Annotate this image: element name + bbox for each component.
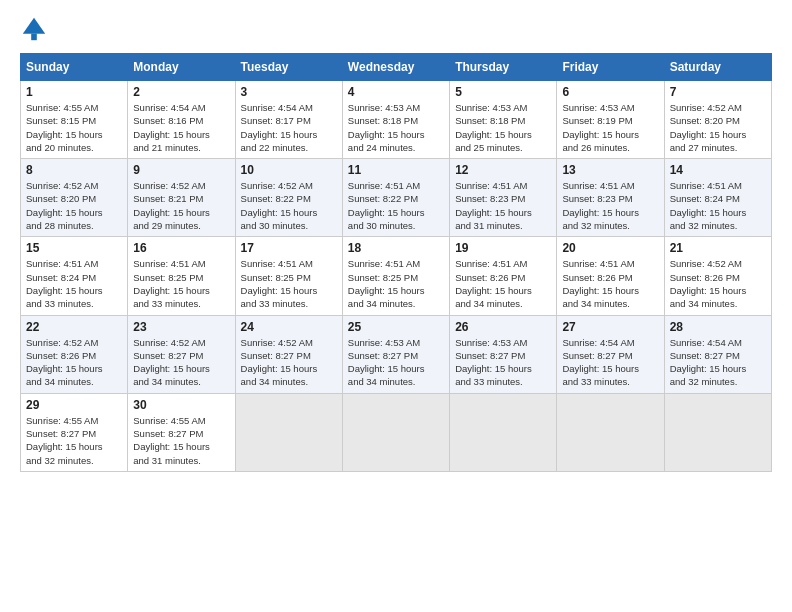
day-cell-20: 20Sunrise: 4:51 AM Sunset: 8:26 PM Dayli… — [557, 237, 664, 315]
day-cell-28: 28Sunrise: 4:54 AM Sunset: 8:27 PM Dayli… — [664, 315, 771, 393]
day-cell-8: 8Sunrise: 4:52 AM Sunset: 8:20 PM Daylig… — [21, 159, 128, 237]
day-cell-24: 24Sunrise: 4:52 AM Sunset: 8:27 PM Dayli… — [235, 315, 342, 393]
day-info: Sunrise: 4:52 AM Sunset: 8:20 PM Dayligh… — [26, 180, 103, 231]
day-cell-25: 25Sunrise: 4:53 AM Sunset: 8:27 PM Dayli… — [342, 315, 449, 393]
weekday-header-row: SundayMondayTuesdayWednesdayThursdayFrid… — [21, 54, 772, 81]
logo — [20, 15, 52, 43]
calendar-week-1: 1Sunrise: 4:55 AM Sunset: 8:15 PM Daylig… — [21, 81, 772, 159]
day-number: 8 — [26, 163, 122, 177]
day-number: 7 — [670, 85, 766, 99]
day-info: Sunrise: 4:52 AM Sunset: 8:26 PM Dayligh… — [26, 337, 103, 388]
day-number: 30 — [133, 398, 229, 412]
day-cell-27: 27Sunrise: 4:54 AM Sunset: 8:27 PM Dayli… — [557, 315, 664, 393]
day-number: 13 — [562, 163, 658, 177]
day-info: Sunrise: 4:51 AM Sunset: 8:23 PM Dayligh… — [455, 180, 532, 231]
weekday-header-saturday: Saturday — [664, 54, 771, 81]
day-number: 21 — [670, 241, 766, 255]
day-cell-6: 6Sunrise: 4:53 AM Sunset: 8:19 PM Daylig… — [557, 81, 664, 159]
weekday-header-wednesday: Wednesday — [342, 54, 449, 81]
day-info: Sunrise: 4:53 AM Sunset: 8:27 PM Dayligh… — [455, 337, 532, 388]
day-info: Sunrise: 4:52 AM Sunset: 8:27 PM Dayligh… — [241, 337, 318, 388]
day-info: Sunrise: 4:54 AM Sunset: 8:27 PM Dayligh… — [670, 337, 747, 388]
day-cell-10: 10Sunrise: 4:52 AM Sunset: 8:22 PM Dayli… — [235, 159, 342, 237]
day-info: Sunrise: 4:54 AM Sunset: 8:17 PM Dayligh… — [241, 102, 318, 153]
day-info: Sunrise: 4:52 AM Sunset: 8:21 PM Dayligh… — [133, 180, 210, 231]
day-cell-29: 29Sunrise: 4:55 AM Sunset: 8:27 PM Dayli… — [21, 393, 128, 471]
empty-cell — [557, 393, 664, 471]
day-number: 5 — [455, 85, 551, 99]
day-cell-22: 22Sunrise: 4:52 AM Sunset: 8:26 PM Dayli… — [21, 315, 128, 393]
empty-cell — [450, 393, 557, 471]
day-cell-1: 1Sunrise: 4:55 AM Sunset: 8:15 PM Daylig… — [21, 81, 128, 159]
day-info: Sunrise: 4:51 AM Sunset: 8:24 PM Dayligh… — [670, 180, 747, 231]
calendar-week-4: 22Sunrise: 4:52 AM Sunset: 8:26 PM Dayli… — [21, 315, 772, 393]
day-cell-2: 2Sunrise: 4:54 AM Sunset: 8:16 PM Daylig… — [128, 81, 235, 159]
calendar-table: SundayMondayTuesdayWednesdayThursdayFrid… — [20, 53, 772, 472]
header — [20, 15, 772, 43]
day-number: 1 — [26, 85, 122, 99]
calendar-week-2: 8Sunrise: 4:52 AM Sunset: 8:20 PM Daylig… — [21, 159, 772, 237]
day-number: 29 — [26, 398, 122, 412]
day-number: 27 — [562, 320, 658, 334]
day-number: 23 — [133, 320, 229, 334]
day-cell-26: 26Sunrise: 4:53 AM Sunset: 8:27 PM Dayli… — [450, 315, 557, 393]
day-cell-5: 5Sunrise: 4:53 AM Sunset: 8:18 PM Daylig… — [450, 81, 557, 159]
day-number: 20 — [562, 241, 658, 255]
calendar-week-5: 29Sunrise: 4:55 AM Sunset: 8:27 PM Dayli… — [21, 393, 772, 471]
day-number: 11 — [348, 163, 444, 177]
day-info: Sunrise: 4:55 AM Sunset: 8:27 PM Dayligh… — [26, 415, 103, 466]
day-info: Sunrise: 4:53 AM Sunset: 8:19 PM Dayligh… — [562, 102, 639, 153]
empty-cell — [342, 393, 449, 471]
day-info: Sunrise: 4:52 AM Sunset: 8:22 PM Dayligh… — [241, 180, 318, 231]
day-info: Sunrise: 4:53 AM Sunset: 8:27 PM Dayligh… — [348, 337, 425, 388]
day-info: Sunrise: 4:52 AM Sunset: 8:27 PM Dayligh… — [133, 337, 210, 388]
day-info: Sunrise: 4:53 AM Sunset: 8:18 PM Dayligh… — [348, 102, 425, 153]
day-info: Sunrise: 4:52 AM Sunset: 8:20 PM Dayligh… — [670, 102, 747, 153]
empty-cell — [235, 393, 342, 471]
empty-cell — [664, 393, 771, 471]
svg-rect-1 — [31, 34, 37, 41]
logo-icon — [20, 15, 48, 43]
day-info: Sunrise: 4:51 AM Sunset: 8:26 PM Dayligh… — [455, 258, 532, 309]
day-cell-9: 9Sunrise: 4:52 AM Sunset: 8:21 PM Daylig… — [128, 159, 235, 237]
day-info: Sunrise: 4:55 AM Sunset: 8:27 PM Dayligh… — [133, 415, 210, 466]
day-cell-18: 18Sunrise: 4:51 AM Sunset: 8:25 PM Dayli… — [342, 237, 449, 315]
day-cell-11: 11Sunrise: 4:51 AM Sunset: 8:22 PM Dayli… — [342, 159, 449, 237]
day-number: 25 — [348, 320, 444, 334]
weekday-header-friday: Friday — [557, 54, 664, 81]
day-cell-12: 12Sunrise: 4:51 AM Sunset: 8:23 PM Dayli… — [450, 159, 557, 237]
weekday-header-monday: Monday — [128, 54, 235, 81]
day-info: Sunrise: 4:51 AM Sunset: 8:22 PM Dayligh… — [348, 180, 425, 231]
day-number: 22 — [26, 320, 122, 334]
day-info: Sunrise: 4:51 AM Sunset: 8:25 PM Dayligh… — [241, 258, 318, 309]
day-cell-15: 15Sunrise: 4:51 AM Sunset: 8:24 PM Dayli… — [21, 237, 128, 315]
page: SundayMondayTuesdayWednesdayThursdayFrid… — [0, 0, 792, 612]
day-number: 6 — [562, 85, 658, 99]
day-cell-23: 23Sunrise: 4:52 AM Sunset: 8:27 PM Dayli… — [128, 315, 235, 393]
day-number: 10 — [241, 163, 337, 177]
day-number: 14 — [670, 163, 766, 177]
day-number: 16 — [133, 241, 229, 255]
day-info: Sunrise: 4:51 AM Sunset: 8:25 PM Dayligh… — [348, 258, 425, 309]
day-number: 3 — [241, 85, 337, 99]
weekday-header-thursday: Thursday — [450, 54, 557, 81]
day-info: Sunrise: 4:54 AM Sunset: 8:16 PM Dayligh… — [133, 102, 210, 153]
day-number: 28 — [670, 320, 766, 334]
day-number: 4 — [348, 85, 444, 99]
day-cell-30: 30Sunrise: 4:55 AM Sunset: 8:27 PM Dayli… — [128, 393, 235, 471]
day-number: 17 — [241, 241, 337, 255]
svg-marker-0 — [23, 18, 45, 34]
weekday-header-tuesday: Tuesday — [235, 54, 342, 81]
day-number: 2 — [133, 85, 229, 99]
day-number: 9 — [133, 163, 229, 177]
day-info: Sunrise: 4:55 AM Sunset: 8:15 PM Dayligh… — [26, 102, 103, 153]
day-cell-17: 17Sunrise: 4:51 AM Sunset: 8:25 PM Dayli… — [235, 237, 342, 315]
day-cell-13: 13Sunrise: 4:51 AM Sunset: 8:23 PM Dayli… — [557, 159, 664, 237]
day-cell-4: 4Sunrise: 4:53 AM Sunset: 8:18 PM Daylig… — [342, 81, 449, 159]
day-number: 26 — [455, 320, 551, 334]
day-cell-14: 14Sunrise: 4:51 AM Sunset: 8:24 PM Dayli… — [664, 159, 771, 237]
day-cell-21: 21Sunrise: 4:52 AM Sunset: 8:26 PM Dayli… — [664, 237, 771, 315]
day-cell-7: 7Sunrise: 4:52 AM Sunset: 8:20 PM Daylig… — [664, 81, 771, 159]
day-cell-19: 19Sunrise: 4:51 AM Sunset: 8:26 PM Dayli… — [450, 237, 557, 315]
day-info: Sunrise: 4:51 AM Sunset: 8:23 PM Dayligh… — [562, 180, 639, 231]
